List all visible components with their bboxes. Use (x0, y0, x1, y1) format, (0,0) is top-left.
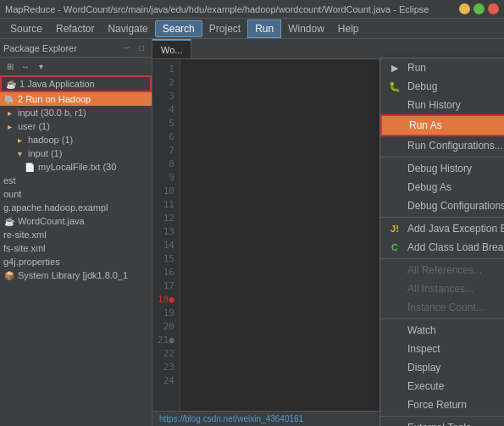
watch-icon (387, 324, 402, 337)
menu-help[interactable]: Help (331, 20, 366, 37)
run-menu-force-return[interactable]: Force Return Shift+Alt+F (380, 396, 504, 414)
maximize-button[interactable] (474, 3, 485, 14)
panel-title: Package Explorer (3, 43, 116, 53)
menu-run[interactable]: Run (247, 19, 281, 38)
minimize-button[interactable] (459, 3, 470, 14)
line-number-1: 1 (158, 63, 174, 76)
tree-item-props[interactable]: g4j.properties (0, 255, 152, 268)
tree-item-input[interactable]: ▸ input (30.0 b, r1) (0, 106, 152, 119)
tree-item-label: est (3, 175, 16, 185)
java-app-icon: ☕ (5, 80, 17, 89)
run-menu-debug-configs[interactable]: Debug Configurations... (380, 196, 504, 215)
debug-label: Debug (407, 80, 504, 92)
maximize-panel-button[interactable]: □ (135, 41, 148, 55)
tree-item-label: fs-site.xml (3, 243, 46, 253)
editor-tab-label: Wo... (161, 45, 182, 55)
tree-item-user[interactable]: ▸ user (1) (0, 119, 152, 133)
run-as-icon (389, 119, 404, 132)
line-number-14: 14 (158, 239, 174, 252)
external-tools-icon (387, 421, 402, 426)
folder-icon: ▸ (3, 108, 15, 118)
menu-bar: Source Refactor Navigate Search Project … (0, 19, 504, 39)
run-menu-class-load[interactable]: C Add Class Load Breakpoint... (380, 238, 504, 257)
run-history-icon (387, 98, 402, 112)
jar-icon: 📦 (3, 271, 15, 280)
line-number-23: 23 (158, 361, 174, 374)
run-menu-debug[interactable]: 🐛 Debug F11 (380, 77, 504, 96)
force-return-label: Force Return (407, 399, 504, 411)
menu-window[interactable]: Window (281, 20, 331, 37)
display-label: Display (407, 362, 504, 373)
line-number-16: 16 (158, 266, 174, 279)
line-number-4: 4 (158, 103, 174, 117)
folder-icon: ▾ (14, 149, 25, 158)
line-number-17: 17 (158, 279, 174, 293)
run-menu-external-tools[interactable]: External Tools ▶ (380, 418, 504, 426)
run-menu-watch[interactable]: Watch (380, 321, 504, 340)
tree-item-label: myLocalFile.txt (30 (38, 162, 116, 172)
separator-1 (380, 157, 504, 158)
line-number-13: 13 (158, 225, 174, 239)
line-number-18: 18● (158, 293, 174, 307)
instance-count-label: Instance Count... (407, 302, 504, 313)
run-menu-run-history[interactable]: Run History ▶ (380, 96, 504, 114)
close-button[interactable] (488, 3, 499, 14)
run-label: Run (407, 62, 504, 74)
minimize-panel-button[interactable]: ─ (119, 41, 133, 55)
tree-item-resite[interactable]: re-site.xml (0, 228, 152, 241)
run-menu-display[interactable]: Display Shift+Ctrl+D (380, 358, 504, 377)
run-menu-inspect[interactable]: Inspect Shift+Ctrl+I (380, 340, 504, 358)
tree-item-hadoop-sub[interactable]: ▸ hadoop (1) (0, 133, 152, 147)
run-menu-instance-count: Instance Count... (380, 298, 504, 317)
run-menu-run-configs[interactable]: Run Configurations... (380, 136, 504, 155)
menu-refactor[interactable]: Refactor (49, 20, 101, 37)
tree-item-localfile[interactable]: 📄 myLocalFile.txt (30 (0, 160, 152, 174)
run-menu-execute[interactable]: Execute Ctrl+U (380, 377, 504, 396)
link-editor-button[interactable]: ↔ (19, 59, 32, 73)
run-menu-run-as[interactable]: Run As ▶ (380, 114, 504, 136)
tree-item-apache[interactable]: g.apache.hadoop.exampl (0, 201, 152, 214)
all-refs-label: All References... (407, 264, 504, 276)
tree-item-ount[interactable]: ount (0, 187, 152, 201)
tree-item-jar[interactable]: 📦 System Library [jdk1.8.0_1 (0, 268, 152, 282)
tree-item-est[interactable]: est (0, 174, 152, 187)
java-exception-label: Add Java Exception Breakpoint... (407, 223, 504, 235)
file-icon: 📄 (24, 163, 36, 172)
tree-item-label: 1 Java Application (19, 79, 95, 89)
run-menu-run[interactable]: ▶ Run Ctrl+F11 (380, 58, 504, 77)
menu-source[interactable]: Source (3, 20, 49, 37)
run-as-label: Run As (409, 119, 504, 131)
collapse-all-button[interactable]: ⊞ (3, 59, 17, 73)
run-menu-debug-as[interactable]: Debug As ▶ (380, 178, 504, 196)
editor-area: Wo... 1 2 3 4 5 6 7 8 9 10 11 12 13 14 1… (152, 39, 504, 426)
tree-item-label: ount (3, 189, 21, 199)
menu-navigate[interactable]: Navigate (101, 20, 154, 37)
tree-item-fssite[interactable]: fs-site.xml (0, 241, 152, 255)
tree-item-hadoop[interactable]: 🐘 2 Run on Hadoop (0, 92, 152, 106)
tree-item-label: input (30.0 b, r1) (18, 108, 86, 118)
panel-icons: ─ □ (119, 41, 148, 55)
debug-icon: 🐛 (387, 80, 402, 93)
tree-item-wordcount[interactable]: ☕ WordCount.java (0, 214, 152, 228)
tree-item-input-sub[interactable]: ▾ input (1) (0, 147, 152, 160)
tree-item-java-app[interactable]: ☕ 1 Java Application (0, 75, 152, 92)
execute-label: Execute (407, 380, 504, 392)
tree-item-label: 2 Run on Hadoop (18, 94, 91, 104)
run-menu-all-instances: All Instances... Shift+Ctrl+N (380, 279, 504, 298)
debug-as-label: Debug As (407, 181, 504, 193)
run-menu: ▶ Run Ctrl+F11 🐛 Debug F11 Run History ▶… (379, 58, 504, 426)
tree-item-label: System Library [jdk1.8.0_1 (18, 270, 128, 280)
run-menu-debug-history[interactable]: Debug History ▶ (380, 159, 504, 178)
instance-count-icon (387, 301, 402, 314)
view-menu-button[interactable]: ▾ (34, 59, 47, 73)
debug-history-label: Debug History (407, 163, 504, 174)
run-menu-java-exception[interactable]: J! Add Java Exception Breakpoint... (380, 219, 504, 238)
tree-item-label: WordCount.java (18, 216, 85, 226)
watch-label: Watch (407, 324, 504, 336)
class-load-icon: C (387, 241, 402, 254)
editor-tab-wordcount[interactable]: Wo... (152, 39, 191, 58)
line-number-11: 11 (158, 198, 174, 212)
menu-search[interactable]: Search (155, 20, 202, 37)
menu-project[interactable]: Project (202, 20, 247, 37)
title-bar: MapReduce - WordCount/src/main/java/edu/… (0, 0, 504, 19)
